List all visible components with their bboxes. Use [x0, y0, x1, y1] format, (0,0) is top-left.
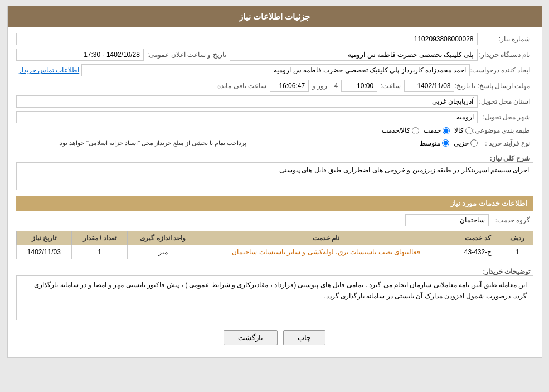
radio-kala-khedmat[interactable] — [412, 127, 419, 134]
category-label: طبقه بندی موضوعی: — [473, 127, 533, 134]
need-number-row: شماره نیاز: 1102093808000028 — [16, 33, 533, 45]
need-number-label: شماره نیاز: — [478, 35, 533, 43]
station-value: پلی کلینیک تخصصی حضرت فاطمه س ارومیه — [230, 49, 478, 61]
content-area: شماره نیاز: 1102093808000028 نام دستگاه … — [8, 27, 542, 357]
radio-motavasset[interactable] — [442, 139, 449, 147]
purchase-note: پرداخت تمام یا بخشی از مبلغ خریداز محل "… — [16, 138, 250, 148]
buyer-desc-value: این معامله طبق آیین نامه معاملاتی سازمان… — [16, 275, 533, 320]
purchase-jozi: جزیی — [454, 139, 478, 147]
purchase-type-radio-group: جزیی متوسط — [250, 139, 478, 147]
service-group-row: گروه خدمت: ساختمان — [16, 214, 533, 226]
city-value: ارومیه — [16, 111, 478, 123]
deadline-time: 10:00 — [341, 80, 377, 92]
creator-contact-link[interactable]: اطلاعات تماس خریدار — [16, 66, 82, 74]
col-date: تاریخ نیاز — [16, 231, 72, 245]
purchase-motavasset: متوسط — [420, 139, 449, 147]
need-desc-value: اجرای سیستم اسپرینکلر در طبقه زیرزمین و … — [16, 162, 533, 190]
city-label: شهر محل تحویل: — [478, 113, 533, 121]
radio-jozi-label: جزیی — [454, 139, 469, 147]
creator-row: ایجاد کننده درخواست: احمد محمدزاده کاربر… — [16, 64, 533, 76]
deadline-date: 1402/11/03 — [404, 80, 454, 92]
col-code: کد خدمت — [454, 231, 502, 245]
deadline-label: مهلت ارسال پاسخ: تا تاریخ: — [454, 82, 533, 90]
cell-date: 1402/11/03 — [16, 245, 72, 259]
creator-value: احمد محمدزاده کاربرداز پلی کلینیک تخصصی … — [81, 64, 470, 76]
station-label: نام دستگاه خریدار: — [478, 51, 533, 59]
col-name: نام خدمت — [198, 231, 454, 245]
purchase-type-label: نوع فرآیند خرید : — [478, 139, 533, 147]
radio-jozi[interactable] — [470, 139, 478, 147]
service-name-text: فعالیتهای نصب تاسیسات برق، لوله‌کشی و سا… — [232, 248, 420, 256]
action-buttons: چاپ بازگشت — [16, 323, 533, 352]
category-radio-group: کالا خدمت کالا/خدمت — [16, 127, 473, 134]
cell-qty: 1 — [72, 245, 128, 259]
service-info-title: اطلاعات خدمات مورد نیاز — [16, 196, 533, 211]
category-row: طبقه بندی موضوعی: کالا خدمت کالا/خدمت — [16, 127, 533, 134]
days-label: روز و — [309, 82, 331, 90]
purchase-type-row: نوع فرآیند خرید : جزیی متوسط پرداخت تمام… — [16, 138, 533, 148]
radio-kala-khedmat-label: کالا/خدمت — [382, 127, 410, 134]
table-header-row: ردیف کد خدمت نام خدمت واحد اندازه گیری ت… — [16, 231, 533, 245]
page-header: جزئیات اطلاعات نیاز — [8, 6, 542, 27]
time-label: ساعت: — [377, 82, 404, 90]
hours-label: ساعت باقی مانده — [214, 82, 270, 90]
deadline-row: مهلت ارسال پاسخ: تا تاریخ: 1402/11/03 سا… — [16, 80, 533, 92]
buyer-desc-row: توضیحات خریدار: این معامله طبق آیین نامه… — [16, 265, 533, 320]
radio-khedmat-label: خدمت — [424, 127, 441, 134]
cell-row: 1 — [502, 245, 533, 259]
province-label: استان محل تحویل: — [478, 98, 533, 105]
service-group-label: گروه خدمت: — [489, 216, 533, 224]
creator-label: ایجاد کننده درخواست: — [470, 66, 533, 74]
service-table: ردیف کد خدمت نام خدمت واحد اندازه گیری ت… — [16, 231, 533, 259]
hours-value: 16:06:47 — [270, 80, 309, 92]
main-container: جزئیات اطلاعات نیاز شماره نیاز: 11020938… — [7, 6, 542, 358]
need-desc-row: شرح کلی نیاز: اجرای سیستم اسپرینکلر در ط… — [16, 152, 533, 190]
cell-unit: متر — [127, 245, 198, 259]
radio-motavasset-label: متوسط — [420, 139, 440, 147]
col-row: ردیف — [502, 231, 533, 245]
category-option-kala: کالا — [454, 127, 473, 134]
col-unit: واحد اندازه گیری — [127, 231, 198, 245]
radio-kala[interactable] — [465, 127, 473, 134]
cell-code: ج-432-43 — [454, 245, 502, 259]
page-title: جزئیات اطلاعات نیاز — [239, 12, 310, 21]
buyer-desc-label: توضیحات خریدار: — [478, 265, 533, 275]
province-row: استان محل تحویل: آذربایجان غربی — [16, 95, 533, 108]
announce-value: 1402/10/28 - 17:30 — [16, 49, 144, 61]
city-row: شهر محل تحویل: ارومیه — [16, 111, 533, 123]
need-number-value: 1102093808000028 — [16, 33, 478, 45]
station-announce-row: نام دستگاه خریدار: پلی کلینیک تخصصی حضرت… — [16, 49, 533, 61]
col-qty: تعداد / مقدار — [72, 231, 128, 245]
print-button[interactable]: چاپ — [283, 330, 325, 345]
cell-name: فعالیتهای نصب تاسیسات برق، لوله‌کشی و سا… — [198, 245, 454, 259]
need-desc-label: شرح کلی نیاز: — [478, 152, 533, 162]
back-button[interactable]: بازگشت — [224, 330, 278, 345]
category-option-khedmat: خدمت — [424, 127, 450, 134]
category-option-kala-khedmat: کالا/خدمت — [382, 127, 419, 134]
radio-khedmat[interactable] — [443, 127, 450, 134]
province-value: آذربایجان غربی — [16, 95, 478, 108]
announce-label: تاریخ و ساعت اعلان عمومی: — [144, 51, 230, 59]
radio-kala-label: کالا — [454, 127, 464, 134]
days-value: 4 — [331, 82, 341, 90]
table-row: 1 ج-432-43 فعالیتهای نصب تاسیسات برق، لو… — [16, 245, 533, 259]
service-group-value: ساختمان — [405, 214, 489, 226]
